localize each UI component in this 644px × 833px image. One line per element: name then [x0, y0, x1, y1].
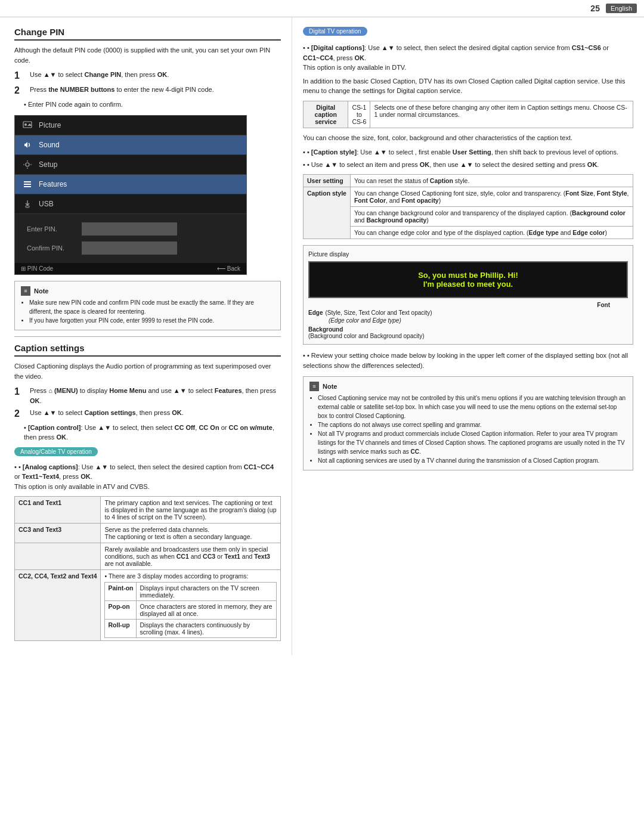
font-row: Caption style You can change Closed Capt… — [304, 187, 633, 207]
change-pin-section: Change PIN Although the default PIN code… — [14, 27, 281, 330]
caption-step2: 2 Use ▲▼ to select Caption settings, the… — [14, 408, 281, 420]
tv-menu-list: Picture Sound Setup — [15, 116, 246, 214]
caption-row-rare: Rarely available and broadcasters use th… — [15, 543, 281, 570]
digital-caption-row: Digital captionservice CS-1toCS-6 Select… — [304, 101, 633, 128]
edge-color-annotation: (Edge color and Edge type) — [329, 317, 628, 324]
cc3-header: CC3 and Text3 — [15, 524, 101, 543]
svg-rect-6 — [24, 186, 31, 187]
caption-style-bullet-1: • [Caption style]: Use ▲▼ to select , fi… — [303, 147, 633, 157]
analog-bullet: • [Analog captions]: Use ▲▼ to select, t… — [14, 462, 281, 492]
step2-text: Press the NUMBER buttons to enter the ne… — [30, 85, 214, 95]
digital-caption-desc: Selects one of these before changing any… — [370, 101, 633, 128]
caption-step1-text: Press ⌂ (MENU) to display Home Menu and … — [30, 386, 281, 405]
change-pin-step2: 2 Press the NUMBER buttons to enter the … — [14, 85, 281, 97]
change-pin-note: ≡ Note Make sure new PIN code and confir… — [14, 281, 281, 330]
step1-text: Use ▲▼ to select Change PIN, then press … — [30, 70, 169, 80]
svg-point-1 — [24, 123, 27, 126]
note-icon: ≡ — [21, 286, 30, 296]
edge-label: Edge — [308, 309, 323, 316]
screen-text-line2: I'm pleased to meet you. — [315, 280, 621, 289]
user-setting-desc: You can reset the status of Caption styl… — [350, 175, 633, 187]
step-num-1: 1 — [14, 70, 27, 82]
pop-on-desc: Once characters are stored in memory, th… — [137, 601, 277, 620]
digital-caption-service-header: Digital captionservice — [304, 101, 348, 128]
caption-style-intro: You can choose the size, font, color, ba… — [303, 133, 633, 143]
caption-settings-intro: Closed Captioning displays the Audio por… — [14, 361, 281, 381]
menu-item-sound: Sound — [15, 135, 246, 155]
right-note-icon: ≡ — [309, 382, 319, 391]
digital-bullet: • [Digital captions]: Use ▲▼ to select, … — [303, 43, 633, 73]
right-note-label: Note — [323, 383, 337, 390]
content-area: Change PIN Although the default PIN code… — [0, 17, 644, 655]
digital-caption-table: Digital captionservice CS-1toCS-6 Select… — [303, 101, 633, 128]
font-label: Font — [597, 302, 610, 308]
font-annotation: Font — [308, 302, 610, 308]
caption-style-bullet-2: • Use ▲▼ to select an item and press OK,… — [303, 160, 633, 170]
review-text: • Review your setting choice made below … — [303, 351, 633, 370]
menu-item-usb: USB — [15, 194, 246, 214]
menu-picture-label: Picture — [39, 121, 61, 129]
caption-settings-section: Caption settings Closed Captioning displ… — [14, 343, 281, 641]
paint-on-desc: Displays input characters on the TV scre… — [137, 583, 277, 601]
background-desc: You can change background color and tran… — [350, 207, 633, 227]
right-note: ≡ Note Closed Captioning service may not… — [303, 376, 633, 470]
menu-usb-label: USB — [39, 200, 54, 208]
confirm-pin-row: Confirm PIN. — [27, 241, 234, 255]
svg-rect-5 — [24, 184, 31, 185]
svg-point-3 — [26, 163, 29, 166]
right-note-item-3: Not all TV programs and product commerci… — [318, 429, 627, 456]
picture-display-title: Picture display — [308, 250, 628, 258]
page-header: 25 English — [0, 0, 644, 17]
tv-screen-mock: So, you must be Phillip. Hi! I'm pleased… — [308, 261, 628, 298]
setup-icon — [21, 158, 34, 171]
note-label: Note — [34, 287, 48, 295]
background-label: Background — [308, 326, 343, 333]
roll-up-desc: Displays the characters continuously by … — [137, 620, 277, 638]
rare-desc: Rarely available and broadcasters use th… — [101, 543, 281, 570]
font-desc: You can change Closed Captioning font si… — [350, 187, 633, 207]
note-body: Make sure new PIN code and confirm PIN c… — [21, 298, 274, 325]
sound-icon — [21, 138, 34, 151]
caption-row-cc1: CC1 and Text1 The primary caption and te… — [15, 497, 281, 524]
change-pin-intro: Although the default PIN code (0000) is … — [14, 45, 281, 65]
tv-menu-screenshot: Picture Sound Setup — [14, 115, 247, 275]
menu-sound-label: Sound — [39, 141, 60, 149]
step2-bullet: Enter PIN code again to confirm. — [24, 100, 281, 110]
rare-header — [15, 543, 101, 570]
caption-settings-title: Caption settings — [14, 343, 281, 357]
cc2-desc: • There are 3 display modes according to… — [101, 570, 281, 641]
change-pin-step1: 1 Use ▲▼ to select Change PIN, then pres… — [14, 70, 281, 82]
digital-intro: In addition to the basic Closed Caption,… — [303, 76, 633, 96]
section-divider — [14, 336, 281, 337]
pop-on-row: Pop-on Once characters are stored in mem… — [105, 601, 277, 620]
menu-features-label: Features — [39, 180, 67, 188]
edge-row: You can change edge color and type of th… — [304, 227, 633, 239]
change-pin-title: Change PIN — [14, 27, 281, 41]
tv-footer: ⊞ PIN Code ⟵ Back — [15, 263, 246, 274]
edge-desc: You can change edge color and type of th… — [350, 227, 633, 239]
right-note-item-1: Closed Captioning service may not be con… — [318, 394, 627, 420]
paint-on-label: Paint-on — [105, 583, 137, 601]
edge-annotation: Edge (Style, Size, Text Color and Text o… — [308, 309, 628, 316]
cc1-header: CC1 and Text1 — [15, 497, 101, 524]
roll-up-label: Roll-up — [105, 620, 137, 638]
right-note-header: ≡ Note — [309, 382, 627, 391]
background-desc: (Background color and Background opacity… — [308, 333, 425, 339]
right-note-body: Closed Captioning service may not be con… — [309, 394, 627, 465]
picture-display-content: So, you must be Phillip. Hi! I'm pleased… — [308, 261, 628, 339]
menu-item-picture: Picture — [15, 116, 246, 135]
cc2-header: CC2, CC4, Text2 and Text4 — [15, 570, 101, 641]
caption-row-cc3: CC3 and Text3 Serve as the preferred dat… — [15, 524, 281, 543]
picture-icon — [21, 119, 34, 132]
usb-icon — [21, 197, 34, 210]
caption-step2-bullet: [Caption control]: Use ▲▼ to select, the… — [24, 423, 281, 442]
caption-style-header: Caption style — [304, 187, 351, 239]
note-item-2: If you have forgotten your PIN code, ent… — [29, 316, 274, 325]
right-column: Digital TV operation • [Digital captions… — [292, 17, 644, 655]
enter-pin-input[interactable] — [82, 222, 177, 236]
caption-style-table: User setting You can reset the status of… — [303, 174, 633, 239]
page-number: 25 — [590, 4, 600, 13]
note-item-1: Make sure new PIN code and confirm PIN c… — [29, 298, 274, 316]
confirm-pin-input[interactable] — [82, 241, 177, 255]
caption-step-num-2: 2 — [14, 408, 27, 420]
